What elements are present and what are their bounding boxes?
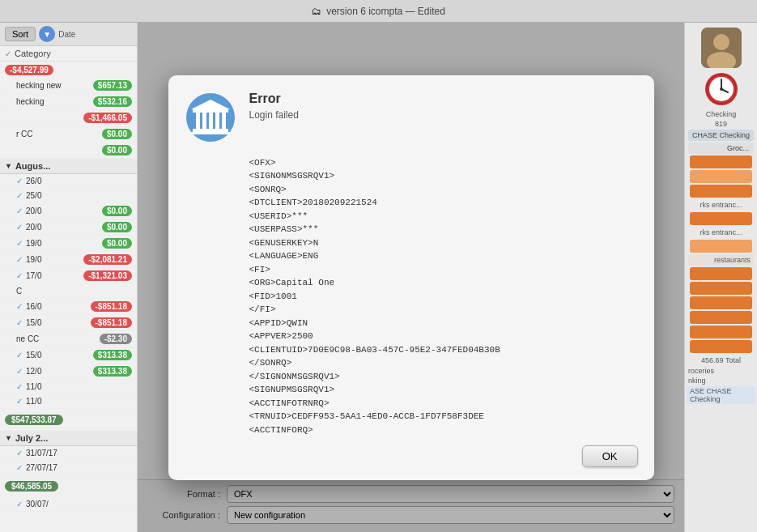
trans-july-3[interactable]: ✓ 30/07/ bbox=[0, 497, 137, 512]
date: 26/0 bbox=[26, 177, 132, 185]
label: hecking bbox=[16, 97, 93, 106]
date: 11/0 bbox=[26, 382, 132, 391]
ok-button[interactable]: OK bbox=[582, 445, 638, 467]
total-badge-1: $547,533.87 bbox=[5, 415, 63, 425]
check-icon: ✓ bbox=[16, 177, 23, 185]
check-icon: ✓ bbox=[16, 500, 23, 509]
avatar bbox=[701, 28, 742, 68]
trans-row-11[interactable]: ✓ 12/0 $313.38 bbox=[0, 364, 137, 380]
bank-icon bbox=[185, 92, 236, 143]
svg-rect-4 bbox=[202, 113, 206, 129]
trans-row-1[interactable]: ✓ 26/0 bbox=[0, 174, 137, 189]
bar-9[interactable] bbox=[690, 311, 752, 324]
date: 25/0 bbox=[26, 191, 132, 200]
top-row-checking-new[interactable]: hecking new $657.13 bbox=[0, 78, 137, 94]
amount: -$2.30 bbox=[100, 334, 132, 344]
svg-rect-7 bbox=[222, 113, 226, 129]
trans-row-8[interactable]: ✓ 16/0 -$851.18 bbox=[0, 299, 137, 315]
check-icon: ✓ bbox=[16, 206, 23, 215]
checking-text: Checking bbox=[706, 110, 737, 118]
sort-bar: Sort ▼ Date bbox=[0, 23, 137, 46]
date: 27/07/17 bbox=[26, 463, 132, 472]
date-filter-label: Date bbox=[58, 30, 75, 39]
date: 30/07/ bbox=[26, 500, 132, 509]
dialog-title: Error bbox=[249, 92, 635, 106]
label: ne CC bbox=[16, 334, 100, 343]
right-panel: Checking 819 CHASE Checking Groc... rks … bbox=[684, 23, 757, 532]
dialog-header: Error Login failed bbox=[168, 75, 654, 153]
check-icon: ✓ bbox=[16, 397, 23, 406]
date: 20/0 bbox=[26, 223, 102, 232]
trans-row-9[interactable]: ✓ 15/0 -$851.18 bbox=[0, 315, 137, 331]
amount: -$851.18 bbox=[91, 317, 132, 328]
august-section-header[interactable]: ▼ Augus... bbox=[0, 159, 137, 174]
trans-july-2[interactable]: ✓ 27/07/17 bbox=[0, 461, 137, 475]
bar-3[interactable] bbox=[690, 185, 752, 198]
trans-row-5[interactable]: ✓ 19/0 $0.00 bbox=[0, 236, 137, 252]
top-row-3[interactable]: -$1,466.05 bbox=[0, 110, 137, 126]
check-icon: ✓ bbox=[16, 318, 23, 327]
groceries-row: roceries bbox=[685, 366, 757, 376]
date: 15/0 bbox=[26, 318, 91, 327]
date: 17/0 bbox=[26, 271, 83, 280]
trans-row-10[interactable]: ✓ 15/0 $313.38 bbox=[0, 347, 137, 364]
trans-july-1[interactable]: ✓ 31/07/17 bbox=[0, 446, 137, 461]
trans-row-7[interactable]: ✓ 17/0 -$1,321.03 bbox=[0, 268, 137, 284]
svg-rect-3 bbox=[196, 113, 200, 129]
date: 31/07/17 bbox=[26, 449, 132, 458]
title-bar: 🗂 version 6 icompta — Edited bbox=[0, 0, 757, 23]
checkmark-icon: ✓ bbox=[5, 49, 11, 58]
title-bar-icon: 🗂 bbox=[312, 6, 321, 17]
check-icon: ✓ bbox=[16, 223, 23, 232]
july-section-header[interactable]: ▼ July 2... bbox=[0, 431, 137, 446]
bar-1[interactable] bbox=[690, 155, 752, 168]
trans-row-4[interactable]: ✓ 20/0 $0.00 bbox=[0, 219, 137, 236]
date: 12/0 bbox=[26, 367, 93, 376]
amount: -$851.18 bbox=[91, 301, 132, 312]
dialog-subtitle: Login failed bbox=[249, 109, 635, 121]
check-icon: ✓ bbox=[16, 382, 23, 391]
amount: $657.13 bbox=[93, 80, 132, 91]
date: 16/0 bbox=[26, 302, 91, 311]
bars-label2-text: rks entranc... bbox=[700, 228, 742, 236]
top-row-cc2[interactable]: $0.00 bbox=[0, 143, 137, 159]
trans-row-2[interactable]: ✓ 25/0 bbox=[0, 189, 137, 203]
trans-row-13[interactable]: ✓ 11/0 bbox=[0, 394, 137, 409]
dialog-body: <OFX> <SIGNONMSGSRQV1> <SONRQ> <DTCLIENT… bbox=[168, 153, 654, 439]
svg-rect-9 bbox=[191, 132, 230, 134]
label: r CC bbox=[16, 130, 102, 138]
amount: -$1,466.05 bbox=[83, 113, 132, 123]
bar-10[interactable] bbox=[690, 326, 752, 338]
left-panel: Sort ▼ Date ✓ Category -$4,527.99 heckin… bbox=[0, 23, 138, 532]
triangle-icon: ▼ bbox=[5, 162, 12, 170]
trans-row-cc[interactable]: C bbox=[0, 284, 137, 299]
amount: $313.38 bbox=[93, 366, 132, 377]
top-row-checking[interactable]: hecking $532.16 bbox=[0, 94, 137, 110]
svg-rect-6 bbox=[215, 113, 219, 129]
bar-2[interactable] bbox=[690, 170, 752, 183]
check-icon: ✓ bbox=[16, 449, 23, 458]
trans-row-6[interactable]: ✓ 19/0 -$2,081.21 bbox=[0, 252, 137, 268]
groc-text: Groc... bbox=[727, 144, 749, 152]
date: 15/0 bbox=[26, 351, 93, 360]
total-section: $547,533.87 bbox=[0, 412, 137, 428]
sort-button[interactable]: Sort bbox=[5, 27, 36, 41]
main-layout: Sort ▼ Date ✓ Category -$4,527.99 heckin… bbox=[0, 23, 757, 532]
bar-7[interactable] bbox=[690, 282, 752, 295]
bar-6[interactable] bbox=[690, 267, 752, 280]
bar-8[interactable] bbox=[690, 296, 752, 309]
filter-button[interactable]: ▼ bbox=[39, 26, 55, 42]
amount: $0.00 bbox=[102, 222, 132, 232]
amount: $313.38 bbox=[93, 350, 132, 360]
amount: $532.16 bbox=[93, 96, 132, 107]
top-row-cc1[interactable]: r CC $0.00 bbox=[0, 126, 137, 143]
top-amount-1: -$4,527.99 bbox=[0, 62, 137, 78]
check-icon: ✓ bbox=[16, 255, 23, 264]
trans-row-one-cc[interactable]: ne CC -$2.30 bbox=[0, 331, 137, 347]
trans-row-12[interactable]: ✓ 11/0 bbox=[0, 380, 137, 394]
bars-label-text: rks entranc... bbox=[700, 201, 742, 209]
bar-11[interactable] bbox=[690, 340, 752, 353]
bar-5[interactable] bbox=[690, 240, 752, 253]
trans-row-3[interactable]: ✓ 20/0 $0.00 bbox=[0, 203, 137, 219]
bar-4[interactable] bbox=[690, 212, 752, 225]
